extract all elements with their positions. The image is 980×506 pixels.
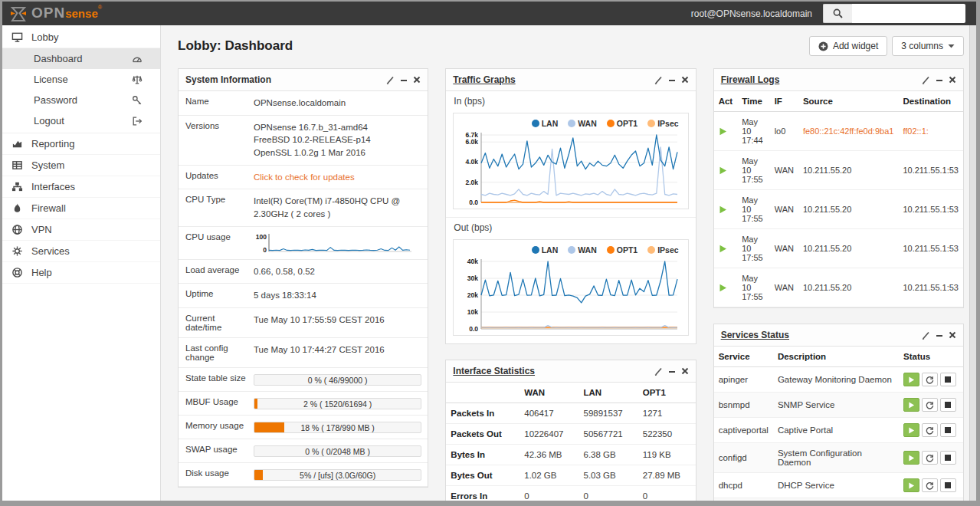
close-icon[interactable]	[949, 76, 956, 84]
ifstat-value: 522350	[638, 424, 696, 445]
legend-item-ipsec[interactable]: IPsec	[647, 245, 678, 255]
sidebar-item-vpn[interactable]: VPN	[2, 219, 160, 241]
page-title: Lobby: Dashboard	[178, 38, 293, 54]
legend-item-wan[interactable]: WAN	[568, 119, 597, 128]
edit-icon[interactable]	[654, 367, 663, 376]
sidebar-item-system[interactable]: System	[2, 155, 160, 176]
sidebar-subitem-dashboard[interactable]: Dashboard	[2, 48, 160, 69]
system-info-row: Disk usage5% / [ufs] (3.0G/60G)	[179, 463, 428, 487]
sidebar-item-help[interactable]: Help	[2, 262, 160, 284]
system-info-row: Memory usage18 % ( 178/990 MB )	[179, 416, 428, 439]
minimize-icon[interactable]	[936, 76, 943, 84]
service-description: Gateway Monitoring Daemon	[773, 367, 899, 393]
edit-icon[interactable]	[922, 331, 930, 340]
close-icon[interactable]	[949, 331, 956, 339]
edit-icon[interactable]	[922, 76, 930, 84]
firewall-logs-title[interactable]: Firewall Logs	[721, 74, 780, 85]
sidebar-item-label: Services	[31, 245, 70, 257]
fwlog-time: May 10 17:55	[737, 190, 769, 229]
service-running-indicator[interactable]	[903, 423, 919, 437]
legend-item-ipsec[interactable]: IPsec	[647, 119, 678, 128]
sidebar-item-reporting[interactable]: Reporting	[2, 133, 160, 155]
sidebar-subitem-password[interactable]: Password	[2, 90, 160, 110]
service-stop-button[interactable]	[940, 423, 956, 437]
sidebar-subitem-license[interactable]: License	[2, 69, 160, 90]
service-restart-button[interactable]	[922, 423, 938, 437]
sidebar-item-firewall[interactable]: Firewall	[2, 198, 160, 219]
service-restart-button[interactable]	[922, 373, 938, 386]
opnsense-logo[interactable]: OPNsense®	[2, 5, 102, 23]
sidebar-item-services[interactable]: Services	[2, 241, 160, 262]
service-running-indicator[interactable]	[903, 398, 919, 412]
service-stop-button[interactable]	[940, 451, 956, 465]
service-restart-button[interactable]	[922, 398, 938, 412]
ifstat-value: 50567721	[579, 424, 638, 445]
legend-label: WAN	[578, 245, 597, 255]
close-icon[interactable]	[413, 76, 421, 84]
traffic-graphs-title[interactable]: Traffic Graphs	[453, 74, 515, 85]
service-stop-button[interactable]	[940, 373, 956, 386]
service-stop-button[interactable]	[940, 398, 956, 412]
close-icon[interactable]	[681, 367, 689, 375]
gear-icon	[11, 245, 24, 257]
system-info-label: SWAP usage	[179, 439, 252, 462]
ifstat-value: 5.03 GB	[579, 465, 638, 486]
pass-icon[interactable]	[719, 245, 733, 253]
system-info-label: Disk usage	[179, 463, 252, 486]
check-updates-link[interactable]: Click to check for updates	[254, 172, 355, 182]
service-running-indicator[interactable]	[903, 373, 919, 386]
legend-item-opt1[interactable]: OPT1	[607, 119, 637, 128]
pass-icon[interactable]	[719, 205, 733, 214]
service-restart-button[interactable]	[922, 478, 938, 492]
minimize-icon[interactable]	[936, 331, 943, 339]
minimize-icon[interactable]	[400, 76, 408, 84]
sidebar-item-label: Firewall	[31, 202, 66, 214]
fwlog-destination: 10.211.55.1:53	[898, 229, 963, 268]
pass-icon[interactable]	[719, 127, 733, 136]
fwlog-destination: ff02::1:	[898, 112, 963, 151]
fwlog-source: 10.211.55.20	[798, 229, 898, 268]
legend-item-lan[interactable]: LAN	[532, 119, 559, 128]
ifstat-value: 0	[519, 486, 578, 501]
add-widget-button[interactable]: Add widget	[809, 36, 887, 56]
edit-icon[interactable]	[654, 76, 663, 84]
ifstat-column-header: LAN	[579, 383, 638, 403]
logged-in-user: root@OPNsense.localdomain	[691, 8, 812, 19]
service-name: bsnmpd	[714, 393, 773, 418]
system-info-value: OpenSSL 1.0.2g 1 Mar 2016	[254, 146, 421, 159]
pass-icon[interactable]	[719, 166, 733, 175]
search-input[interactable]	[852, 4, 965, 23]
edit-icon[interactable]	[386, 76, 395, 84]
system-info-row: SWAP usage0 % ( 0/2048 MB )	[179, 439, 428, 463]
legend-dot	[647, 120, 655, 127]
legend-item-opt1[interactable]: OPT1	[607, 245, 637, 255]
minimize-icon[interactable]	[668, 367, 676, 375]
service-restart-button[interactable]	[922, 451, 938, 465]
sidebar-item-lobby[interactable]: Lobby	[2, 27, 160, 48]
service-stop-button[interactable]	[940, 478, 956, 492]
legend-item-wan[interactable]: WAN	[568, 245, 597, 255]
minimize-icon[interactable]	[668, 76, 676, 84]
services-status-title[interactable]: Services Status	[721, 330, 789, 340]
service-running-indicator[interactable]	[903, 451, 919, 465]
sidebar-item-label: Help	[31, 267, 52, 278]
search-button[interactable]	[823, 4, 852, 23]
sidebar-item-interfaces[interactable]: Interfaces	[2, 176, 160, 198]
add-widget-label: Add widget	[833, 41, 878, 51]
usage-progress-text: 18 % ( 178/990 MB )	[254, 422, 421, 432]
sidebar-subitem-logout[interactable]: Logout	[2, 110, 160, 131]
system-info-value: OPNsense 16.7.b_31-amd64	[254, 121, 421, 134]
interface-statistics-title[interactable]: Interface Statistics	[453, 366, 535, 376]
legend-item-lan[interactable]: LAN	[532, 245, 559, 255]
scrollbar[interactable]	[969, 25, 976, 501]
svg-text:0.0: 0.0	[470, 325, 479, 333]
service-running-indicator[interactable]	[903, 478, 919, 492]
system-info-label: State table size	[179, 368, 252, 391]
fwlog-row: May 10 17:55 WAN 10.211.55.20 10.211.55.…	[714, 151, 963, 190]
columns-select[interactable]: 3 columns	[892, 36, 964, 56]
line-chart: 40k30k20k10k0.0	[455, 255, 683, 334]
system-info-row: VersionsOPNsense 16.7.b_31-amd64FreeBSD …	[179, 116, 428, 166]
close-icon[interactable]	[681, 76, 689, 84]
system-info-label: CPU Type	[179, 189, 252, 225]
pass-icon[interactable]	[719, 284, 733, 292]
